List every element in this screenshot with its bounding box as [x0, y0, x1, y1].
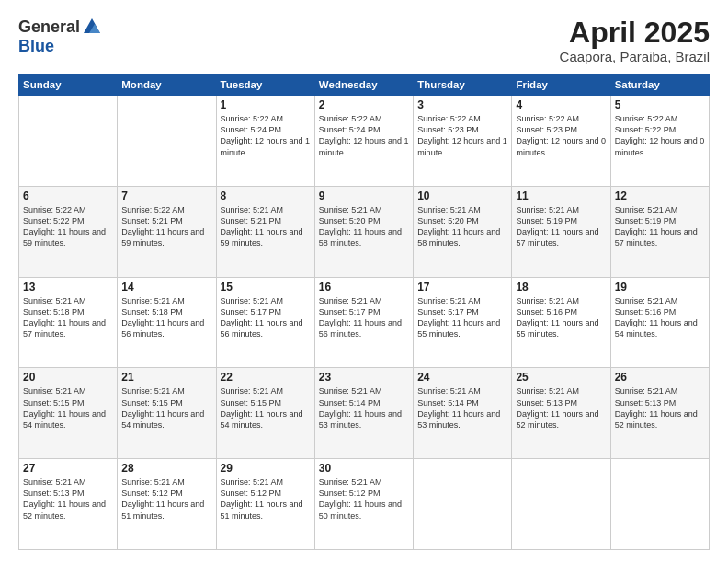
- day-info: Sunrise: 5:21 AM Sunset: 5:21 PM Dayligh…: [221, 204, 311, 249]
- day-number: 26: [615, 371, 705, 384]
- table-row: [118, 96, 216, 187]
- day-number: 22: [221, 371, 311, 384]
- day-info: Sunrise: 5:21 AM Sunset: 5:13 PM Dayligh…: [516, 385, 606, 431]
- table-row: 24Sunrise: 5:21 AM Sunset: 5:14 PM Dayli…: [414, 368, 512, 459]
- day-info: Sunrise: 5:22 AM Sunset: 5:22 PM Dayligh…: [615, 113, 705, 158]
- logo-blue-text: Blue: [18, 37, 54, 56]
- day-info: Sunrise: 5:21 AM Sunset: 5:19 PM Dayligh…: [516, 204, 606, 249]
- day-number: 25: [516, 371, 606, 384]
- table-row: 16Sunrise: 5:21 AM Sunset: 5:17 PM Dayli…: [314, 277, 413, 368]
- table-row: 27Sunrise: 5:21 AM Sunset: 5:13 PM Dayli…: [19, 459, 118, 550]
- table-row: 1Sunrise: 5:22 AM Sunset: 5:24 PM Daylig…: [216, 96, 314, 187]
- table-row: 10Sunrise: 5:21 AM Sunset: 5:20 PM Dayli…: [414, 186, 512, 277]
- day-number: 27: [23, 462, 113, 475]
- day-info: Sunrise: 5:21 AM Sunset: 5:20 PM Dayligh…: [319, 204, 409, 249]
- day-number: 7: [121, 190, 211, 202]
- day-info: Sunrise: 5:21 AM Sunset: 5:12 PM Dayligh…: [121, 477, 211, 522]
- table-row: 21Sunrise: 5:21 AM Sunset: 5:15 PM Dayli…: [118, 368, 216, 459]
- calendar-table: Sunday Monday Tuesday Wednesday Thursday…: [18, 74, 710, 550]
- location: Caapora, Paraiba, Brazil: [560, 49, 710, 64]
- table-row: [610, 459, 709, 550]
- calendar-week-row: 13Sunrise: 5:21 AM Sunset: 5:18 PM Dayli…: [19, 277, 710, 368]
- day-number: 14: [121, 281, 211, 293]
- day-info: Sunrise: 5:21 AM Sunset: 5:17 PM Dayligh…: [221, 295, 311, 340]
- day-number: 21: [121, 371, 211, 384]
- day-info: Sunrise: 5:21 AM Sunset: 5:14 PM Dayligh…: [319, 385, 409, 431]
- day-info: Sunrise: 5:22 AM Sunset: 5:24 PM Dayligh…: [319, 113, 409, 158]
- table-row: [414, 459, 512, 550]
- day-number: 1: [221, 98, 311, 111]
- day-info: Sunrise: 5:21 AM Sunset: 5:12 PM Dayligh…: [221, 477, 311, 522]
- col-monday: Monday: [118, 75, 216, 96]
- day-info: Sunrise: 5:21 AM Sunset: 5:16 PM Dayligh…: [516, 295, 606, 340]
- table-row: [512, 459, 610, 550]
- col-friday: Friday: [512, 75, 610, 96]
- day-number: 6: [23, 190, 113, 202]
- calendar-week-row: 20Sunrise: 5:21 AM Sunset: 5:15 PM Dayli…: [19, 368, 710, 459]
- day-number: 2: [319, 98, 409, 111]
- table-row: 2Sunrise: 5:22 AM Sunset: 5:24 PM Daylig…: [314, 96, 413, 187]
- logo-icon: [82, 17, 102, 37]
- day-info: Sunrise: 5:21 AM Sunset: 5:18 PM Dayligh…: [121, 295, 211, 340]
- day-number: 18: [516, 281, 606, 293]
- day-info: Sunrise: 5:21 AM Sunset: 5:14 PM Dayligh…: [417, 385, 507, 431]
- table-row: 28Sunrise: 5:21 AM Sunset: 5:12 PM Dayli…: [118, 459, 216, 550]
- table-row: 17Sunrise: 5:21 AM Sunset: 5:17 PM Dayli…: [414, 277, 512, 368]
- table-row: 9Sunrise: 5:21 AM Sunset: 5:20 PM Daylig…: [314, 186, 413, 277]
- day-number: 17: [417, 281, 507, 293]
- day-number: 9: [319, 190, 409, 202]
- day-info: Sunrise: 5:22 AM Sunset: 5:23 PM Dayligh…: [417, 113, 507, 158]
- day-number: 28: [121, 462, 211, 475]
- day-number: 5: [615, 98, 705, 111]
- day-info: Sunrise: 5:21 AM Sunset: 5:16 PM Dayligh…: [615, 295, 705, 340]
- calendar-week-row: 1Sunrise: 5:22 AM Sunset: 5:24 PM Daylig…: [19, 96, 710, 187]
- day-info: Sunrise: 5:21 AM Sunset: 5:15 PM Dayligh…: [23, 385, 113, 431]
- table-row: 23Sunrise: 5:21 AM Sunset: 5:14 PM Dayli…: [314, 368, 413, 459]
- day-info: Sunrise: 5:21 AM Sunset: 5:15 PM Dayligh…: [121, 385, 211, 431]
- table-row: 14Sunrise: 5:21 AM Sunset: 5:18 PM Dayli…: [118, 277, 216, 368]
- table-row: [19, 96, 118, 187]
- col-sunday: Sunday: [19, 75, 118, 96]
- day-info: Sunrise: 5:21 AM Sunset: 5:15 PM Dayligh…: [221, 385, 311, 431]
- calendar-header-row: Sunday Monday Tuesday Wednesday Thursday…: [19, 75, 710, 96]
- table-row: 11Sunrise: 5:21 AM Sunset: 5:19 PM Dayli…: [512, 186, 610, 277]
- logo-general-text: General: [18, 17, 80, 37]
- table-row: 4Sunrise: 5:22 AM Sunset: 5:23 PM Daylig…: [512, 96, 610, 187]
- day-info: Sunrise: 5:22 AM Sunset: 5:21 PM Dayligh…: [121, 204, 211, 249]
- table-row: 22Sunrise: 5:21 AM Sunset: 5:15 PM Dayli…: [216, 368, 314, 459]
- header: General Blue April 2025 Caapora, Paraiba…: [18, 17, 710, 64]
- day-info: Sunrise: 5:21 AM Sunset: 5:18 PM Dayligh…: [23, 295, 113, 340]
- day-number: 29: [221, 462, 311, 475]
- day-number: 11: [516, 190, 606, 202]
- month-title: April 2025: [560, 17, 710, 49]
- day-number: 13: [23, 281, 113, 293]
- table-row: 26Sunrise: 5:21 AM Sunset: 5:13 PM Dayli…: [610, 368, 709, 459]
- col-tuesday: Tuesday: [216, 75, 314, 96]
- title-block: April 2025 Caapora, Paraiba, Brazil: [560, 17, 710, 64]
- table-row: 8Sunrise: 5:21 AM Sunset: 5:21 PM Daylig…: [216, 186, 314, 277]
- day-info: Sunrise: 5:21 AM Sunset: 5:20 PM Dayligh…: [417, 204, 507, 249]
- day-number: 3: [417, 98, 507, 111]
- day-number: 8: [221, 190, 311, 202]
- day-number: 10: [417, 190, 507, 202]
- day-info: Sunrise: 5:21 AM Sunset: 5:13 PM Dayligh…: [615, 385, 705, 431]
- day-number: 4: [516, 98, 606, 111]
- day-number: 12: [615, 190, 705, 202]
- table-row: 13Sunrise: 5:21 AM Sunset: 5:18 PM Dayli…: [19, 277, 118, 368]
- day-number: 20: [23, 371, 113, 384]
- table-row: 25Sunrise: 5:21 AM Sunset: 5:13 PM Dayli…: [512, 368, 610, 459]
- table-row: 5Sunrise: 5:22 AM Sunset: 5:22 PM Daylig…: [610, 96, 709, 187]
- table-row: 6Sunrise: 5:22 AM Sunset: 5:22 PM Daylig…: [19, 186, 118, 277]
- col-thursday: Thursday: [414, 75, 512, 96]
- day-info: Sunrise: 5:22 AM Sunset: 5:22 PM Dayligh…: [23, 204, 113, 249]
- day-number: 24: [417, 371, 507, 384]
- day-info: Sunrise: 5:21 AM Sunset: 5:17 PM Dayligh…: [319, 295, 409, 340]
- page: General Blue April 2025 Caapora, Paraiba…: [0, 0, 728, 563]
- day-number: 23: [319, 371, 409, 384]
- table-row: 12Sunrise: 5:21 AM Sunset: 5:19 PM Dayli…: [610, 186, 709, 277]
- day-info: Sunrise: 5:21 AM Sunset: 5:12 PM Dayligh…: [319, 477, 409, 522]
- day-info: Sunrise: 5:21 AM Sunset: 5:17 PM Dayligh…: [417, 295, 507, 340]
- day-number: 19: [615, 281, 705, 293]
- table-row: 15Sunrise: 5:21 AM Sunset: 5:17 PM Dayli…: [216, 277, 314, 368]
- day-number: 16: [319, 281, 409, 293]
